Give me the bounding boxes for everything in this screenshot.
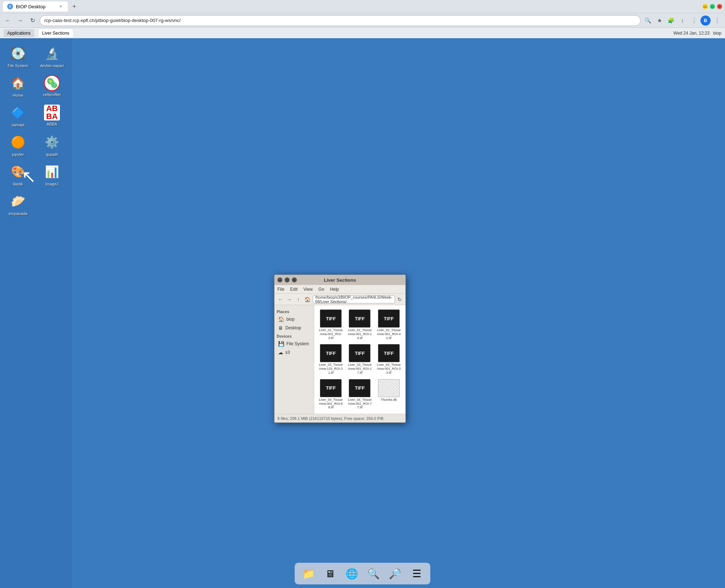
samapi-icon: 🔷 (9, 104, 27, 121)
browser-titlebar: B BIOP Desktop × + — □ × (0, 0, 725, 13)
samapi-label: samapi (12, 123, 24, 127)
fm-up-button[interactable]: ↑ (295, 295, 302, 304)
fm-menu-help[interactable]: Help (330, 287, 339, 292)
taskbar-search[interactable]: 🔍 (364, 564, 383, 583)
url-input[interactable] (40, 15, 641, 26)
file-name-6: Liver_03_TissueArea-001_ROI-33.tif (377, 363, 401, 374)
fm-sidebar-biop[interactable]: 🏠 biop (277, 315, 312, 323)
main-content: 💽 File System 🔬 devbio-napari 🏠 Home 🦠 (0, 38, 725, 588)
taskbar-files[interactable]: 📁 (299, 564, 318, 583)
extension-icon[interactable]: 🧩 (666, 16, 676, 26)
fm-close-button[interactable]: × (292, 277, 297, 282)
taskbar-terminal[interactable]: 🖥 (321, 564, 339, 583)
profile-button[interactable]: B (700, 16, 711, 26)
desktop-icon-imagej[interactable]: 📊 ImageJ (36, 160, 68, 189)
filesystem-label: File System (8, 63, 28, 68)
file-item-2[interactable]: TIFF Liver_01_TissueArea-001_ROI-10.tif (346, 308, 373, 341)
jupyter-icon: 🟠 (9, 133, 27, 151)
file-item-4[interactable]: TIFF Liver_02_TissueArea-125_ROI-21.tif (317, 343, 344, 376)
fm-path-bar[interactable]: /home/biop/s3/BIOP_courses/PA4LS/Week-09… (313, 295, 395, 303)
fm-home-button[interactable]: 🏠 (304, 295, 311, 304)
icon-row-5: 🎨 ilastik 📊 ImageJ (2, 160, 70, 189)
file-name-9: Thumbs.db (381, 398, 397, 402)
fm-content: TIFF Liver_01_TissueArea-001_ROI-3.tif T… (314, 305, 405, 414)
desktop-icon-filesystem[interactable]: 💽 File System (2, 42, 34, 71)
filesystem-icon: 💽 (9, 45, 27, 62)
taskbar-browser[interactable]: 🌐 (342, 564, 361, 583)
fm-places-header: Places (277, 310, 312, 314)
desktop-icon-qupath[interactable]: ⚙️ qupath (36, 131, 68, 159)
desktop-icon-devbio-napari[interactable]: 🔬 devbio-napari (36, 42, 68, 71)
new-tab-button[interactable]: + (69, 1, 79, 12)
forward-button[interactable]: → (15, 16, 25, 26)
back-button[interactable]: ← (3, 16, 13, 26)
fm-back-button[interactable]: ← (277, 295, 284, 304)
fm-minimize-button[interactable]: — (277, 277, 282, 282)
liver-sections-tab[interactable]: Liver Sections (39, 29, 73, 37)
desktop-icon-ilastik[interactable]: 🎨 ilastik (2, 160, 34, 189)
fm-filesystem-label: File System (286, 341, 309, 346)
datetime-display: Wed 24 Jan, 12:23 biop (673, 31, 721, 36)
fm-menu-view[interactable]: View (303, 287, 313, 292)
desktop-icon-home[interactable]: 🏠 Home (2, 71, 34, 100)
settings-icon[interactable]: ⋮ (689, 16, 699, 26)
file-thumb-5: TIFF (349, 344, 370, 362)
file-item-6[interactable]: TIFF Liver_03_TissueArea-001_ROI-33.tif (375, 343, 403, 376)
desktop-folder-icon: 🖥 (278, 325, 283, 331)
fm-file-grid: TIFF Liver_01_TissueArea-001_ROI-3.tif T… (317, 308, 403, 411)
desktop-icon-jupyter[interactable]: 🟠 jupyter (2, 131, 34, 159)
desktop-icon-empanada[interactable]: 🥟 empanada (2, 190, 34, 219)
file-item-7[interactable]: TIFF Liver_04_TissueArea-001_ROI-68.tif (317, 378, 344, 411)
more-button[interactable]: ⋮ (712, 16, 722, 26)
tab-bar: B BIOP Desktop × + (3, 1, 701, 12)
taskbar-magnifier[interactable]: 🔎 (386, 564, 404, 583)
browser-tab-active[interactable]: B BIOP Desktop × (3, 1, 68, 12)
desktop-icon-cellprofiler[interactable]: 🦠 cellprofiler (36, 71, 68, 100)
tab-close-button[interactable]: × (58, 4, 63, 9)
fm-title: Liver Sections (324, 277, 356, 283)
file-thumb-4: TIFF (320, 344, 342, 362)
fm-menu-edit[interactable]: Edit (290, 287, 298, 292)
file-item-5[interactable]: TIFF Liver_03_TissueArea-001_ROI-17.tif (346, 343, 373, 376)
fm-sidebar-s3[interactable]: ☁ s3 (277, 348, 312, 356)
close-button[interactable]: × (717, 4, 722, 9)
file-thumb-9 (378, 379, 400, 397)
file-item-3[interactable]: TIFF Liver_02_TissueArea-001_ROI-42.tif (375, 308, 403, 341)
file-name-4: Liver_02_TissueArea-125_ROI-21.tif (318, 363, 343, 374)
browser-window-controls: — □ × (703, 4, 722, 9)
fm-sidebar-desktop[interactable]: 🖥 Desktop (277, 324, 312, 332)
file-item-8[interactable]: TIFF Liver_04_TissueArea-001_ROI-77.tif (346, 378, 373, 411)
fm-refresh-button[interactable]: ↻ (396, 295, 403, 303)
fm-menu-go[interactable]: Go (318, 287, 324, 292)
sync-icon[interactable]: ↕ (677, 16, 687, 26)
fm-maximize-button[interactable]: □ (285, 277, 290, 282)
fm-titlebar: — □ × Liver Sections (274, 275, 405, 285)
fm-sidebar-filesystem[interactable]: 💾 File System (277, 340, 312, 348)
icon-row-3: 🔷 samapi ABBA ABBA (2, 101, 70, 130)
desktop-icon-abba[interactable]: ABBA ABBA (36, 101, 68, 130)
file-thumb-3: TIFF (378, 310, 400, 328)
desktop-icon-samapi[interactable]: 🔷 samapi (2, 101, 34, 130)
fm-menubar: File Edit View Go Help (274, 285, 405, 294)
devbio-napari-icon: 🔬 (43, 45, 61, 62)
fm-forward-button[interactable]: → (286, 295, 293, 304)
fm-body: Places 🏠 biop 🖥 Desktop Devices 💾 F (274, 305, 405, 414)
taskbar: 📁 🖥 🌐 🔍 🔎 ☰ (295, 563, 430, 584)
reload-button[interactable]: ↻ (27, 16, 38, 26)
minimize-button[interactable]: — (703, 4, 708, 9)
abba-label: ABBA (47, 122, 57, 126)
jupyter-label: jupyter (12, 152, 24, 157)
fm-s3-label: s3 (285, 350, 290, 355)
file-thumb-6: TIFF (378, 344, 400, 362)
file-name-2: Liver_01_TissueArea-001_ROI-10.tif (347, 328, 372, 340)
bookmark-icon[interactable]: ★ (654, 16, 664, 26)
file-item-9[interactable]: Thumbs.db (375, 378, 403, 411)
fm-biop-label: biop (286, 317, 295, 322)
applications-button[interactable]: Applications (4, 29, 34, 37)
taskbar-menu[interactable]: ☰ (407, 564, 426, 583)
search-icon[interactable]: 🔍 (643, 16, 653, 26)
fm-menu-file[interactable]: File (277, 287, 284, 292)
empanada-icon: 🥟 (9, 193, 27, 210)
file-item-1[interactable]: TIFF Liver_01_TissueArea-001_ROI-3.tif (317, 308, 344, 341)
maximize-button[interactable]: □ (710, 4, 715, 9)
